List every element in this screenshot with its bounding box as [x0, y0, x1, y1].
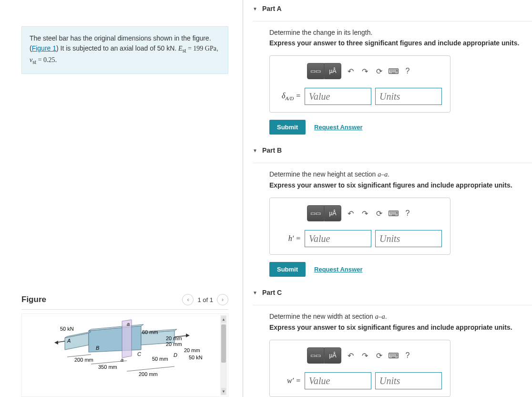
part-c-instruction: Determine the new width at section a–a. — [269, 313, 532, 321]
svg-text:200 mm: 200 mm — [139, 371, 158, 377]
redo-icon[interactable]: ↷ — [359, 66, 370, 76]
part-b-instruction: Determine the new height at section a–a. — [269, 170, 532, 178]
part-a-request-answer-link[interactable]: Request Answer — [314, 124, 362, 131]
svg-line-29 — [127, 366, 174, 371]
svg-marker-8 — [54, 341, 58, 345]
part-c-var-label: w′ = — [277, 376, 301, 385]
svg-text:a: a — [127, 321, 130, 327]
part-a-title: Part A — [262, 5, 282, 12]
part-a-units-input[interactable] — [375, 88, 442, 105]
svg-text:20 mm: 20 mm — [166, 335, 182, 341]
part-c-instr-pre: Determine the new width at section — [269, 313, 375, 320]
eq-E: E — [178, 45, 183, 52]
part-a-toolbar: ▭▭ μÅ ↶ ↷ ⟳ ⌨ ? — [277, 63, 443, 79]
part-c-answer-box: ▭▭ μÅ ↶ ↷ ⟳ ⌨ ? w′ = — [269, 340, 450, 397]
part-a-header[interactable]: ▼ Part A — [253, 0, 532, 17]
figure-title: Figure — [21, 295, 46, 304]
svg-text:50 kN: 50 kN — [60, 326, 74, 332]
part-b-instr-pre: Determine the new height at section — [269, 170, 378, 178]
part-c-instr-post: . — [385, 313, 387, 320]
eq-nu-val: = 0.25 — [36, 56, 55, 63]
reset-icon[interactable]: ⟳ — [374, 208, 384, 219]
template-button[interactable]: ▭▭ — [307, 347, 324, 364]
svg-text:20 mm: 20 mm — [184, 347, 200, 353]
part-b-toolbar: ▭▭ μÅ ↶ ↷ ⟳ ⌨ ? — [277, 205, 443, 221]
part-b-body: Determine the new height at section a–a.… — [253, 163, 532, 284]
svg-text:60 mm: 60 mm — [142, 329, 158, 335]
part-a-answer-box: ▭▭ μÅ ↶ ↷ ⟳ ⌨ ? δA/D = — [269, 55, 450, 113]
keyboard-icon[interactable]: ⌨ — [388, 350, 399, 361]
svg-marker-10 — [186, 334, 190, 337]
figure-scrollbar[interactable]: ▲ ▼ — [220, 315, 227, 396]
scroll-thumb[interactable] — [221, 324, 226, 363]
part-b-units-input[interactable] — [375, 230, 442, 247]
part-b-instr-var: a–a — [378, 171, 388, 178]
symbols-button[interactable]: μÅ — [324, 347, 341, 364]
part-b-answer-box: ▭▭ μÅ ↶ ↷ ⟳ ⌨ ? h′ = — [269, 198, 450, 255]
redo-icon[interactable]: ↷ — [359, 208, 370, 219]
figure-next-button[interactable]: › — [217, 294, 228, 305]
eq-E-val: = 199 GPa — [186, 45, 216, 52]
part-b-format-hint: Express your answer to six significant f… — [269, 181, 532, 189]
part-a-var-label: δA/D = — [277, 92, 301, 101]
part-b-var-label: h′ = — [277, 234, 301, 243]
undo-icon[interactable]: ↶ — [345, 350, 356, 361]
part-b-request-answer-link[interactable]: Request Answer — [314, 266, 362, 273]
part-c-units-input[interactable] — [375, 372, 442, 389]
symbols-button[interactable]: μÅ — [324, 205, 341, 221]
part-c-instr-var: a–a — [375, 313, 385, 320]
part-a-body: Determine the change in its length. Expr… — [253, 21, 532, 142]
svg-text:a: a — [121, 357, 123, 363]
keyboard-icon[interactable]: ⌨ — [388, 66, 399, 76]
figure-link[interactable]: Figure 1 — [32, 44, 56, 52]
scroll-down-icon[interactable]: ▼ — [221, 388, 226, 395]
svg-text:200 mm: 200 mm — [74, 357, 93, 363]
left-pane: The steel bar has the original dimension… — [0, 0, 243, 397]
part-b-title: Part B — [262, 146, 282, 154]
part-a-submit-button[interactable]: Submit — [269, 120, 306, 135]
template-button[interactable]: ▭▭ — [307, 205, 324, 221]
caret-down-icon: ▼ — [253, 148, 257, 153]
part-c-header[interactable]: ▼ Part C — [253, 284, 532, 301]
svg-text:50 mm: 50 mm — [152, 356, 168, 362]
part-c-body: Determine the new width at section a–a. … — [253, 305, 532, 397]
figure-nav-text: 1 of 1 — [197, 296, 213, 303]
help-icon[interactable]: ? — [402, 350, 413, 361]
svg-text:D: D — [174, 352, 177, 358]
figure-prev-button[interactable]: ‹ — [182, 294, 194, 305]
figure-diagram: 50 kN A B a a C D 60 mm 20 mm 20 mm 20 m… — [31, 319, 213, 390]
problem-statement: The steel bar has the original dimension… — [21, 26, 228, 74]
scroll-up-icon[interactable]: ▲ — [221, 316, 226, 323]
redo-icon[interactable]: ↷ — [359, 350, 370, 361]
undo-icon[interactable]: ↶ — [345, 66, 356, 76]
svg-text:C: C — [137, 351, 141, 357]
figure-viewport: 50 kN A B a a C D 60 mm 20 mm 20 mm 20 m… — [21, 313, 228, 397]
sep: , — [216, 44, 218, 52]
help-icon[interactable]: ? — [402, 208, 413, 219]
problem-end: . — [55, 56, 57, 63]
right-pane: ▼ Part A Determine the change in its len… — [243, 0, 532, 397]
part-c-title: Part C — [262, 289, 282, 296]
part-a-value-input[interactable] — [305, 88, 371, 105]
part-a-format-hint: Express your answer to three significant… — [269, 39, 532, 47]
part-a-instruction: Determine the change in its length. — [269, 29, 532, 36]
keyboard-icon[interactable]: ⌨ — [388, 208, 399, 219]
eq-nu-sub: st — [32, 59, 36, 65]
reset-icon[interactable]: ⟳ — [374, 350, 384, 361]
template-button[interactable]: ▭▭ — [307, 63, 324, 79]
svg-text:A: A — [67, 338, 71, 344]
part-b-submit-button[interactable]: Submit — [269, 262, 306, 277]
symbols-button[interactable]: μÅ — [324, 63, 341, 79]
part-c-toolbar: ▭▭ μÅ ↶ ↷ ⟳ ⌨ ? — [277, 347, 443, 364]
part-c-format-hint: Express your answer to six significant f… — [269, 324, 532, 331]
caret-down-icon: ▼ — [253, 290, 257, 295]
help-icon[interactable]: ? — [402, 66, 413, 76]
svg-text:B: B — [96, 345, 99, 351]
problem-cont: ) It is subjected to an axial load of 50… — [56, 44, 178, 52]
svg-text:50 kN: 50 kN — [189, 355, 203, 360]
part-c-value-input[interactable] — [305, 372, 371, 389]
undo-icon[interactable]: ↶ — [345, 208, 356, 219]
reset-icon[interactable]: ⟳ — [374, 66, 384, 76]
part-b-header[interactable]: ▼ Part B — [253, 142, 532, 159]
part-b-value-input[interactable] — [305, 230, 371, 247]
